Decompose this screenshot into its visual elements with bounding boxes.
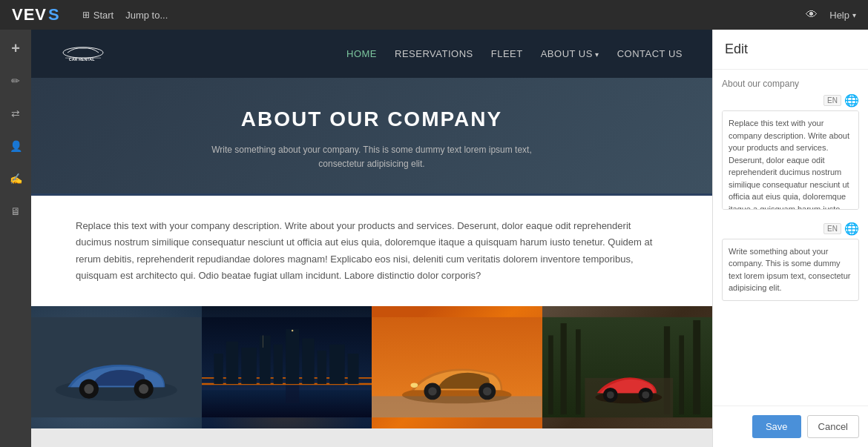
monitor-icon[interactable]: 🖥	[4, 200, 27, 222]
svg-point-8	[139, 384, 148, 394]
svg-rect-37	[576, 329, 581, 414]
field-group-1: About our company EN 🌐	[722, 79, 859, 213]
preview-area: CAR RENTAL HOME RESERVATIONS FLEET ABOUT…	[31, 30, 712, 447]
start-nav-item[interactable]: ⊞ Start	[82, 10, 114, 21]
about-subtext: Write something about your company. This…	[194, 143, 550, 171]
add-icon[interactable]: +	[4, 37, 27, 59]
translate-icon-1[interactable]: 🌐	[844, 93, 859, 107]
nav-about-us[interactable]: ABOUT US	[541, 48, 599, 59]
site-nav-links: HOME RESERVATIONS FLEET ABOUT US CONTACT…	[346, 48, 683, 59]
help-label: Help	[829, 10, 849, 21]
nav-fleet[interactable]: FLEET	[491, 48, 523, 59]
svg-rect-22	[347, 354, 358, 384]
about-header-section: ABOUT OUR COMPANY Write something about …	[31, 78, 712, 196]
svg-rect-24	[262, 335, 263, 347]
top-bar: VEVS ⊞ Start Jump to... 👁 Help ▾	[0, 0, 868, 30]
save-button[interactable]: Save	[752, 415, 801, 438]
svg-rect-20	[317, 351, 326, 384]
svg-point-30	[428, 387, 436, 395]
car-image-2	[372, 306, 542, 428]
translate-icon-2[interactable]: 🌐	[844, 222, 859, 236]
chevron-down-icon: ▾	[852, 11, 856, 19]
svg-rect-39	[679, 335, 684, 414]
gallery-item-2	[202, 306, 372, 428]
site-logo: CAR RENTAL	[61, 41, 105, 67]
help-button[interactable]: Help ▾	[829, 10, 856, 21]
edit-title: Edit	[725, 42, 748, 56]
svg-point-46	[642, 391, 649, 399]
edit-panel-footer: Save Cancel	[713, 405, 868, 447]
field-textarea-1[interactable]	[722, 110, 859, 210]
jump-to-label: Jump to...	[125, 10, 168, 21]
about-body-text: Replace this text with your company desc…	[76, 218, 668, 283]
car-rental-logo-svg: CAR RENTAL	[61, 41, 105, 67]
lang-row-1: EN 🌐	[722, 93, 859, 107]
svg-rect-19	[302, 338, 314, 383]
grid-icon: ⊞	[82, 10, 90, 20]
edit-panel-header: Edit	[713, 30, 868, 70]
svg-rect-18	[286, 329, 299, 384]
field-label-1: About our company	[722, 79, 859, 89]
share-icon[interactable]: ⇄	[4, 102, 27, 125]
nav-reservations[interactable]: RESERVATIONS	[395, 48, 473, 59]
main-container: + ✏ ⇄ 👤 ✍ 🖥 CAR RENTAL HOME RESERVATIONS…	[0, 30, 868, 447]
gallery-item-3	[372, 306, 542, 428]
about-heading: ABOUT OUR COMPANY	[61, 107, 683, 131]
edit-panel: Edit About our company EN 🌐 EN 🌐	[712, 30, 868, 447]
svg-rect-13	[214, 354, 223, 384]
top-bar-right: 👁 Help ▾	[806, 8, 856, 21]
nav-contact-us[interactable]: CONTACT US	[617, 48, 683, 59]
jump-to-nav-item[interactable]: Jump to...	[125, 10, 168, 21]
image-gallery	[31, 306, 712, 428]
vev-logo: VEVS	[12, 5, 60, 24]
svg-rect-21	[329, 345, 344, 384]
svg-rect-14	[226, 341, 237, 383]
gallery-item-4	[542, 306, 713, 428]
nav-home[interactable]: HOME	[346, 48, 377, 59]
svg-point-32	[483, 387, 491, 395]
svg-point-33	[410, 383, 418, 388]
about-content-section: Replace this text with your company desc…	[31, 196, 712, 305]
svg-rect-36	[560, 323, 566, 414]
start-label: Start	[93, 10, 114, 21]
users-icon[interactable]: 👤	[4, 135, 27, 157]
field-group-2: EN 🌐	[722, 222, 859, 304]
svg-point-0	[63, 47, 103, 58]
svg-rect-35	[548, 335, 553, 414]
city-skyline-image	[202, 306, 372, 428]
field-textarea-2[interactable]	[722, 239, 859, 301]
svg-rect-15	[241, 348, 256, 384]
edit-panel-body: About our company EN 🌐 EN 🌐	[713, 70, 868, 405]
svg-rect-25	[286, 385, 299, 403]
svg-rect-40	[693, 320, 700, 414]
svg-point-23	[291, 329, 292, 331]
site-navigation: CAR RENTAL HOME RESERVATIONS FLEET ABOUT…	[31, 30, 712, 78]
gallery-item-1	[31, 306, 202, 428]
logo-text-vev: VEV	[12, 5, 47, 24]
svg-text:CAR RENTAL: CAR RENTAL	[69, 57, 95, 62]
logo-text-s: S	[48, 5, 60, 24]
left-sidebar: + ✏ ⇄ 👤 ✍ 🖥	[0, 30, 31, 447]
svg-point-6	[84, 384, 93, 394]
svg-rect-16	[259, 335, 270, 384]
svg-point-44	[606, 391, 614, 399]
svg-rect-17	[273, 345, 282, 384]
lang-badge-2: EN	[823, 223, 841, 234]
edit-tool-icon[interactable]: ✏	[4, 70, 27, 92]
brush-icon[interactable]: ✍	[4, 168, 27, 190]
lang-badge-1: EN	[823, 95, 841, 106]
car-image-1	[31, 306, 202, 428]
cancel-button[interactable]: Cancel	[807, 415, 859, 438]
top-bar-nav: ⊞ Start Jump to...	[82, 10, 168, 21]
car-image-3	[542, 306, 713, 428]
preview-icon[interactable]: 👁	[806, 8, 818, 21]
lang-row-2: EN 🌐	[722, 222, 859, 236]
